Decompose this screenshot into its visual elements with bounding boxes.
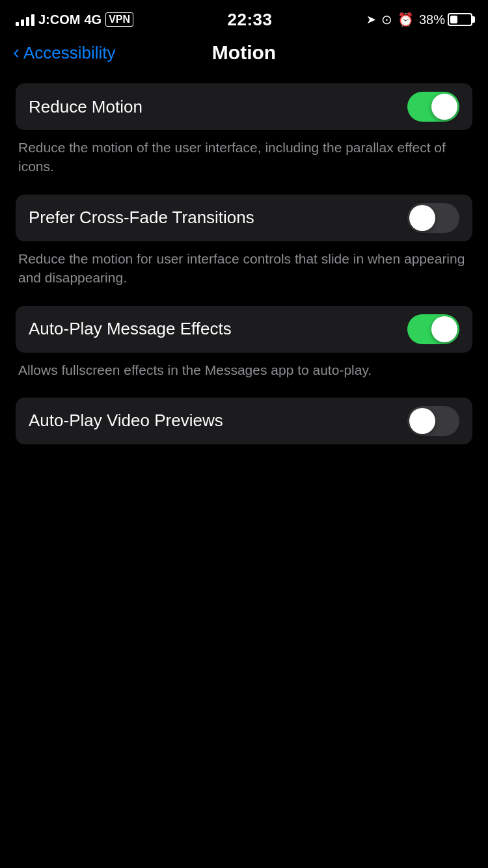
settings-group-autoplay-message: Auto-Play Message EffectsAllows fullscre…: [16, 306, 472, 392]
settings-row-reduce-motion[interactable]: Reduce Motion: [16, 83, 472, 130]
page-title: Motion: [212, 42, 276, 64]
signal-icon: [16, 13, 34, 26]
status-bar: J:COM 4G VPN 22:33 ➤ ⊙ ⏰ 38%: [0, 0, 488, 35]
settings-group-cross-fade: Prefer Cross-Fade TransitionsReduce the …: [16, 195, 472, 301]
vpn-badge: VPN: [105, 12, 133, 27]
battery-percent: 38%: [419, 12, 445, 27]
settings-row-cross-fade[interactable]: Prefer Cross-Fade Transitions: [16, 195, 472, 241]
battery-fill: [450, 16, 457, 23]
toggle-knob-cross-fade: [409, 205, 435, 231]
compass-icon: ⊙: [381, 12, 392, 27]
battery-container: 38%: [419, 12, 472, 27]
alarm-icon: ⏰: [398, 12, 414, 27]
toggle-autoplay-message[interactable]: [407, 314, 459, 344]
status-time: 22:33: [228, 10, 273, 30]
back-label: Accessibility: [23, 43, 116, 63]
settings-label-reduce-motion: Reduce Motion: [29, 97, 142, 117]
settings-group-reduce-motion: Reduce MotionReduce the motion of the us…: [16, 83, 472, 189]
nav-header: ‹ Accessibility Motion: [0, 35, 488, 77]
toggle-autoplay-video[interactable]: [407, 406, 459, 436]
settings-label-autoplay-video: Auto-Play Video Previews: [29, 411, 223, 431]
settings-group-autoplay-video: Auto-Play Video Previews: [16, 398, 472, 444]
back-chevron-icon: ‹: [13, 42, 20, 62]
toggle-reduce-motion[interactable]: [407, 92, 459, 122]
toggle-cross-fade[interactable]: [407, 203, 459, 233]
battery-icon: [448, 13, 472, 26]
carrier-label: J:COM: [38, 12, 80, 27]
settings-row-autoplay-message[interactable]: Auto-Play Message Effects: [16, 306, 472, 353]
location-icon: ➤: [366, 12, 376, 27]
settings-description-cross-fade: Reduce the motion for user interface con…: [16, 241, 472, 301]
status-right: ➤ ⊙ ⏰ 38%: [366, 12, 472, 27]
settings-description-autoplay-message: Allows fullscreen effects in the Message…: [16, 353, 472, 392]
settings-row-autoplay-video[interactable]: Auto-Play Video Previews: [16, 398, 472, 444]
settings-container: Reduce MotionReduce the motion of the us…: [0, 77, 488, 456]
settings-description-reduce-motion: Reduce the motion of the user interface,…: [16, 130, 472, 189]
network-label: 4G: [84, 12, 102, 27]
settings-label-autoplay-message: Auto-Play Message Effects: [29, 319, 232, 339]
back-button[interactable]: ‹ Accessibility: [13, 43, 116, 63]
toggle-knob-reduce-motion: [431, 94, 457, 120]
status-left: J:COM 4G VPN: [16, 12, 133, 27]
settings-label-cross-fade: Prefer Cross-Fade Transitions: [29, 208, 254, 228]
toggle-knob-autoplay-video: [409, 408, 435, 434]
toggle-knob-autoplay-message: [431, 316, 457, 342]
